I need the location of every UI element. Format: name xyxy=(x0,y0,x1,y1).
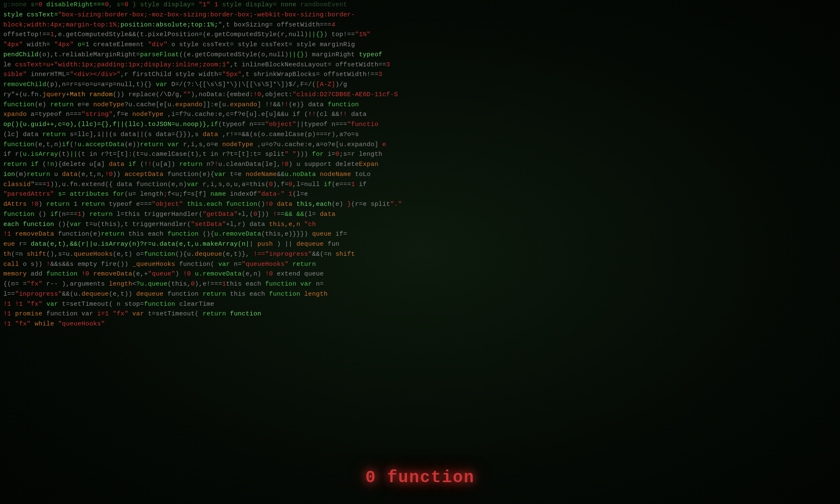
code-line-20: "parsedAttrs" s= attributes for(u= lengt… xyxy=(0,189,840,200)
code-line-13: op(){u.guid++,c=o),(llc)={},f||(llc).toJ… xyxy=(0,120,840,130)
code-line-27: call o s)) !&&s&&s empty fire()) _queueH… xyxy=(0,260,840,270)
code-line-2: style cssText="box-sizing:border-box;-mo… xyxy=(0,10,840,20)
code-line-22: function () if(n===1) return l=this trig… xyxy=(0,210,840,220)
code-line-3: block;width:4px;margin-top:1%;position:a… xyxy=(0,20,840,30)
code-line-17: return if (!n){delete u[a] data if (!!(u… xyxy=(0,160,840,170)
code-line-15: function(e,t,n)if(!u.acceptData(e))retur… xyxy=(0,140,840,150)
code-line-30: l=="inprogress"&&(u.dequeue(e,t)) dequeu… xyxy=(0,289,840,299)
code-line-7: le cssText=u+"width:1px;padding:1px;disp… xyxy=(0,60,840,70)
code-line-8: sible" innerHTML="<div></div>",r firstCh… xyxy=(0,70,840,80)
code-line-10: ry"+(u.fn.jquery+Math random()) replace(… xyxy=(0,90,840,100)
code-line-18: ion(m)return u data(e,t,n,!0)) acceptDat… xyxy=(0,170,840,180)
code-line-12: xpando a=typeof n==="string",f=e nodeTyp… xyxy=(0,110,840,120)
code-line-5: "4px" width= "4px" o=1 createElement "di… xyxy=(0,40,840,50)
code-line-1: g:none s=0 disableRight===0, s=0 ) style… xyxy=(0,0,840,10)
code-display: g:none s=0 disableRight===0, s=0 ) style… xyxy=(0,0,840,504)
code-line-31: !1 !1 "fx" var t=setTimeout( n stop=func… xyxy=(0,299,840,310)
code-line-29: {(n= ="fx" r-- ),arguments length<?u.que… xyxy=(0,279,840,289)
code-line-19: classid"===1)),u.fn.extend({ data functi… xyxy=(0,180,840,190)
code-line-33: !1 "fx" while "queueHooks" xyxy=(0,319,840,329)
code-line-28: memory add function !0 removeData(e,+"qu… xyxy=(0,269,840,279)
code-line-4: offsetTop!==1,e.getComputedStyle&&(t.pix… xyxy=(0,30,840,40)
code-line-11: function(e) return e=e nodeType?u.cache[… xyxy=(0,100,840,110)
code-line-26: th(=n shift(),s=u.queueHooks(e,t) o=func… xyxy=(0,249,840,260)
code-line-21: dAttrs !0) return 1 return typeof e==="o… xyxy=(0,200,840,210)
code-line-16: if r(u.isArray(t)||(t in r?t=[t]:(t=u.ca… xyxy=(0,150,840,160)
code-line-9: removeChild(p),n=r=s=o=u=a=p=null,t){} v… xyxy=(0,80,840,90)
center-function-text: 0 function xyxy=(365,468,475,487)
code-line-14: (lc] data return s=llc],i||(s data||(s d… xyxy=(0,130,840,140)
code-line-6: pendChild(o),t.reliableMarginRight=parse… xyxy=(0,50,840,60)
code-line-23: each function (){var t=u(this),t trigger… xyxy=(0,220,840,230)
code-line-32: !1 promise function var i=1 "fx" var t=s… xyxy=(0,309,840,319)
code-line-24: !1 removeData function(e)return this eac… xyxy=(0,229,840,239)
code-line-25: eue r= data(e,t),&&(r||u.isArray(n)?r=u.… xyxy=(0,239,840,249)
